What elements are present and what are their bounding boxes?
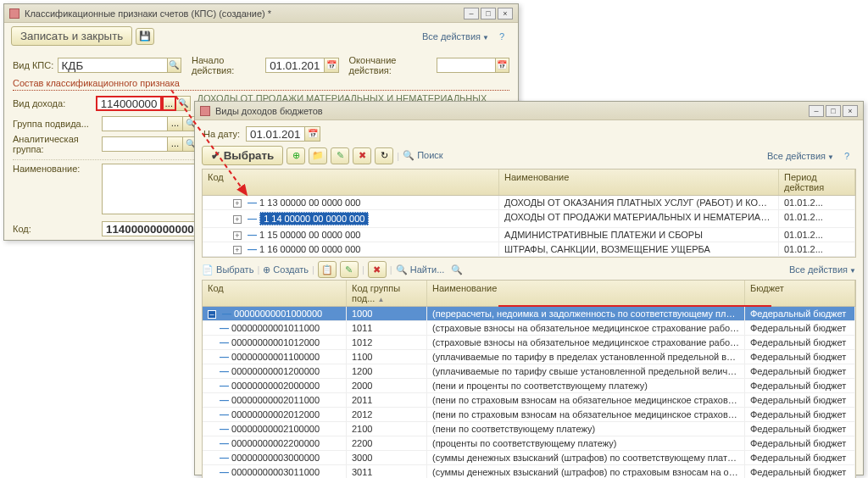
section-header: Состав классификационного признака bbox=[13, 78, 509, 91]
grid-bottom: Код Код группы под... ▲ Наименование Бюд… bbox=[202, 280, 856, 478]
col-period[interactable]: Период действия bbox=[779, 170, 855, 195]
col-name2[interactable]: Наименование bbox=[427, 281, 745, 306]
label-start: Начало действия: bbox=[192, 55, 262, 75]
label-name: Наименование: bbox=[13, 164, 102, 174]
minimize-button[interactable]: – bbox=[464, 8, 479, 19]
income-code-input[interactable] bbox=[96, 96, 162, 111]
table-row[interactable]: — 000000000011000001100(уплачиваемые по … bbox=[203, 350, 855, 364]
minimize-button[interactable]: – bbox=[809, 105, 824, 117]
table-row[interactable]: + — 1 16 00000 00 0000 000ШТРАФЫ, САНКЦИ… bbox=[203, 242, 855, 257]
table-row[interactable]: — 000000000010110001011(страховые взносы… bbox=[203, 321, 855, 336]
label-end: Окончание действия: bbox=[349, 55, 433, 75]
table-row[interactable]: – — 000000000010000001000(перерасчеты, н… bbox=[203, 307, 855, 321]
delete-button-2[interactable]: ✖ bbox=[368, 261, 387, 278]
group-input[interactable] bbox=[102, 116, 168, 131]
label-group: Группа подвида... bbox=[13, 119, 102, 129]
table-row[interactable]: + — 1 15 00000 00 0000 000АДМИНИСТРАТИВН… bbox=[203, 228, 855, 242]
col-code[interactable]: Код bbox=[203, 170, 499, 195]
window-title: Классификационные признаки счетов (КПС) … bbox=[25, 8, 271, 19]
label-analytic: Аналитическая группа: bbox=[13, 134, 102, 154]
close-button[interactable]: × bbox=[843, 105, 858, 117]
window-title: Виды доходов бюджетов bbox=[215, 106, 323, 116]
titlebar-income: Виды доходов бюджетов – □ × bbox=[195, 102, 863, 120]
search-link[interactable]: 🔍 Поиск bbox=[403, 150, 443, 161]
table-row[interactable]: — 000000000021000002100(пени по соответс… bbox=[203, 422, 855, 436]
start-date-picker-button[interactable]: 📅 bbox=[325, 58, 338, 73]
all-actions-link[interactable]: Все действия▼ bbox=[767, 151, 834, 161]
edit-button-2[interactable]: ✎ bbox=[340, 261, 359, 278]
name-textarea[interactable] bbox=[102, 164, 199, 214]
clear-find-button[interactable]: 🔍 bbox=[448, 261, 466, 278]
table-row[interactable]: — 000000000012000001200(уплачиваемые по … bbox=[203, 364, 855, 379]
table-row[interactable]: + — 1 13 00000 00 0000 000ДОХОДЫ ОТ ОКАЗ… bbox=[203, 196, 855, 210]
toolbar-kpc: Записать и закрыть 💾 Все действия▼ ? bbox=[4, 23, 518, 49]
create-link[interactable]: ⊕ Создать bbox=[263, 264, 309, 275]
add-button[interactable]: ⊕ bbox=[287, 147, 305, 164]
app-icon bbox=[9, 8, 19, 19]
refresh-button[interactable]: ↻ bbox=[375, 147, 393, 164]
label-date: На дату: bbox=[203, 129, 246, 139]
analytic-input[interactable] bbox=[102, 136, 168, 152]
all-actions-link[interactable]: Все действия▼ bbox=[422, 31, 489, 42]
col-group[interactable]: Код группы под... ▲ bbox=[347, 281, 427, 306]
edit-button[interactable]: ✎ bbox=[331, 147, 349, 164]
label-income: Вид дохода: bbox=[13, 98, 96, 108]
end-date-input[interactable] bbox=[437, 58, 496, 73]
help-icon[interactable]: ? bbox=[837, 147, 856, 164]
app-icon bbox=[200, 106, 210, 116]
date-input[interactable] bbox=[246, 126, 305, 142]
table-row[interactable]: — 000000000030000003000(суммы денежных в… bbox=[203, 451, 855, 465]
table-row[interactable]: — 000000000020000002000(пени и проценты … bbox=[203, 379, 855, 393]
maximize-button[interactable]: □ bbox=[826, 105, 841, 117]
date-picker-button[interactable]: 📅 bbox=[305, 126, 320, 142]
folder-button[interactable]: 📁 bbox=[309, 147, 327, 164]
close-button[interactable]: × bbox=[498, 8, 513, 19]
delete-button[interactable]: ✖ bbox=[353, 147, 371, 164]
maximize-button[interactable]: □ bbox=[481, 8, 496, 19]
select-link[interactable]: 📄 Выбрать bbox=[202, 264, 253, 275]
save-icon-button[interactable]: 💾 bbox=[136, 28, 154, 45]
table-row[interactable]: — 000000000020110002011(пени по страховы… bbox=[203, 393, 855, 408]
vid-kpc-input[interactable] bbox=[58, 58, 168, 73]
analytic-lookup-button[interactable]: … bbox=[168, 136, 183, 152]
table-row[interactable]: — 000000000010120001012(страховые взносы… bbox=[203, 336, 855, 350]
all-actions-link-2[interactable]: Все действия▼ bbox=[789, 264, 856, 275]
grid-top: Код Наименование Период действия + — 1 1… bbox=[202, 169, 856, 258]
income-search-button[interactable]: 🔍 bbox=[176, 96, 191, 111]
help-icon[interactable]: ? bbox=[492, 28, 511, 45]
col-budget[interactable]: Бюджет bbox=[745, 281, 855, 306]
start-date-input[interactable] bbox=[265, 58, 325, 73]
table-row[interactable]: — 000000000022000002200(проценты по соот… bbox=[203, 436, 855, 451]
save-close-button[interactable]: Записать и закрыть bbox=[11, 26, 132, 46]
group-lookup-button[interactable]: … bbox=[168, 116, 183, 131]
col-code2[interactable]: Код bbox=[203, 281, 347, 306]
titlebar-kpc: Классификационные признаки счетов (КПС) … bbox=[4, 4, 518, 23]
income-lookup-button[interactable]: … bbox=[162, 96, 176, 111]
label-code: Код: bbox=[13, 224, 102, 234]
grid-bottom-header: Код Код группы под... ▲ Наименование Бюд… bbox=[203, 281, 855, 307]
label-vid-kpc: Вид КПС: bbox=[13, 60, 58, 70]
vid-kpc-lookup-button[interactable]: 🔍 bbox=[168, 58, 181, 73]
copy-button[interactable]: 📋 bbox=[318, 261, 337, 278]
table-row[interactable]: — 000000000030110003011(суммы денежных в… bbox=[203, 465, 855, 478]
window-income-types: Виды доходов бюджетов – □ × На дату: 📅 ✔… bbox=[194, 101, 864, 475]
annotation-underline bbox=[498, 305, 771, 307]
end-date-picker-button[interactable]: 📅 bbox=[496, 58, 509, 73]
col-name[interactable]: Наименование bbox=[499, 170, 779, 195]
table-row[interactable]: — 000000000020120002012(пени по страховы… bbox=[203, 408, 855, 422]
select-button[interactable]: ✔ Выбрать bbox=[202, 146, 283, 165]
grid-top-header: Код Наименование Период действия bbox=[203, 170, 855, 196]
code-input[interactable] bbox=[102, 221, 199, 236]
find-link[interactable]: 🔍 Найти... bbox=[396, 264, 445, 275]
table-row[interactable]: + — 1 14 00000 00 0000 000ДОХОДЫ ОТ ПРОД… bbox=[203, 210, 855, 228]
